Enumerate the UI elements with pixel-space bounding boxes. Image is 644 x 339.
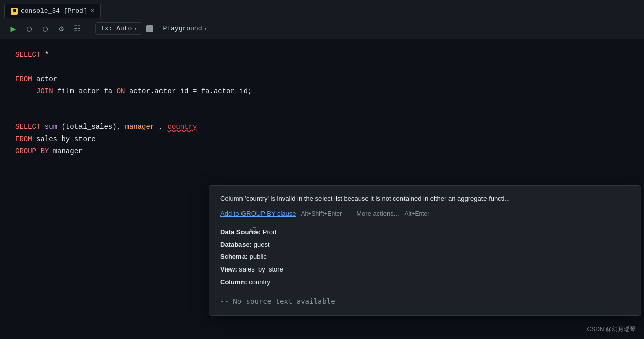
stop-button[interactable] <box>146 25 153 32</box>
action-shortcut: Alt+Shift+Enter <box>301 210 342 217</box>
actions-separator <box>349 210 349 217</box>
grid-button[interactable]: ☷ <box>70 22 85 36</box>
keyword-from-2: FROM <box>15 135 32 143</box>
schema-row: Schema: public <box>220 251 630 263</box>
code-line-empty-3 <box>15 109 629 121</box>
explain-button[interactable]: ◯ <box>38 22 52 36</box>
function-sum: sum <box>45 123 57 131</box>
keyword-join: JOIN <box>36 87 53 95</box>
playground-chevron-icon: ▾ <box>204 26 207 32</box>
playground-label: Playground <box>163 25 202 32</box>
watermark: CSDN @幻月瑶琴 <box>587 325 636 334</box>
code-line-8: FROM sales_by_store <box>15 133 629 146</box>
column-value: country <box>249 278 270 286</box>
datasource-row: Data Source: Prod <box>220 226 630 239</box>
tab-bar: 🗏 console_34 [Prod] × <box>0 0 644 18</box>
view-row: View: sales_by_store <box>220 263 630 276</box>
column-manager: manager <box>125 123 154 131</box>
code-line-empty-2 <box>15 97 629 109</box>
watermark-text: CSDN @幻月瑶琴 <box>587 326 636 333</box>
no-source-text: -- No source text available <box>220 297 630 305</box>
more-shortcut: Alt+Enter <box>405 210 430 217</box>
code-line-4: JOIN film_actor fa ON actor.actor_id = f… <box>15 86 629 98</box>
more-actions-link[interactable]: More actions... <box>356 210 399 217</box>
popup-actions: Add to GROUP BY clause Alt+Shift+Enter M… <box>220 210 630 217</box>
code-line-1: SELECT * <box>15 49 629 61</box>
keyword-select-2: SELECT <box>15 123 40 131</box>
code-line-9: GROUP BY manager <box>15 146 629 158</box>
keyword-from: FROM <box>15 75 32 83</box>
datasource-value: Prod <box>263 228 276 236</box>
toolbar-separator <box>90 24 90 34</box>
tx-label: Tx: Auto <box>101 25 132 32</box>
schema-value: public <box>250 253 267 260</box>
database-value: guest <box>254 241 270 248</box>
datasource-label: Data Source: <box>220 228 261 236</box>
code-line-7: SELECT sum (total_sales), manager , coun… <box>15 121 629 133</box>
add-to-group-by-link[interactable]: Add to GROUP BY clause <box>220 210 296 217</box>
popup-metadata: Data Source: Prod Database: guest Schema… <box>220 226 630 288</box>
tab-close-button[interactable]: × <box>91 8 94 15</box>
code-line-empty-1 <box>15 61 629 74</box>
column-label: Column: <box>220 278 247 286</box>
column-country-error: country <box>168 123 197 131</box>
tab-title: console_34 [Prod] <box>21 7 88 15</box>
run-button[interactable]: ▶ <box>6 22 20 36</box>
error-popup: Column 'country' is invalid in the selec… <box>209 185 641 316</box>
settings-icon: ⚙ <box>59 24 64 34</box>
keyword-group: GROUP BY <box>15 147 49 155</box>
toolbar: ▶ ◯ ◯ ⚙ ☷ Tx: Auto ▾ Playground ▾ <box>0 18 644 39</box>
view-label: View: <box>220 265 237 273</box>
settings-button[interactable]: ⚙ <box>54 22 68 36</box>
keyword-select: SELECT <box>15 51 40 59</box>
code-line-3: FROM actor <box>15 74 629 86</box>
tab-icon-label: 🗏 <box>12 8 17 14</box>
playground-dropdown[interactable]: Playground ▾ <box>157 23 212 34</box>
schema-label: Schema: <box>220 253 248 260</box>
explain-icon: ◯ <box>43 24 48 34</box>
run-icon: ▶ <box>11 23 16 34</box>
tab-icon: 🗏 <box>11 8 18 15</box>
tx-dropdown[interactable]: Tx: Auto ▾ <box>95 22 142 35</box>
database-label: Database: <box>220 241 252 248</box>
popup-error-text: Column 'country' is invalid in the selec… <box>220 195 630 202</box>
view-value: sales_by_store <box>239 265 283 273</box>
editor[interactable]: SELECT * FROM actor JOIN film_actor fa O… <box>0 39 644 339</box>
history-button[interactable]: ◯ <box>22 22 36 36</box>
column-row: Column: country <box>220 276 630 289</box>
keyword-on: ON <box>117 87 125 95</box>
tx-chevron-icon: ▾ <box>134 26 137 32</box>
grid-icon: ☷ <box>74 24 81 34</box>
history-icon: ◯ <box>27 24 32 34</box>
database-row: Database: guest <box>220 239 630 251</box>
console-tab[interactable]: 🗏 console_34 [Prod] × <box>4 4 101 18</box>
